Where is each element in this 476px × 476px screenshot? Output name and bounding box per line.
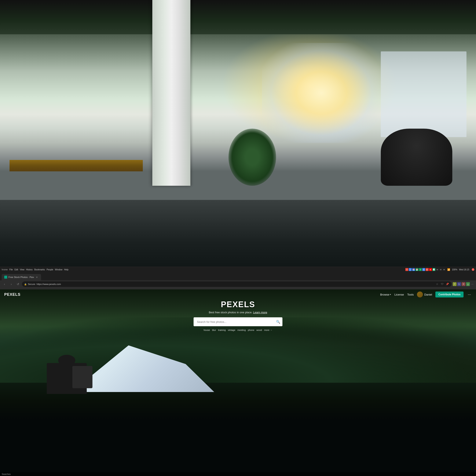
office-photo-background xyxy=(0,0,228,228)
desk xyxy=(10,160,143,171)
ceiling xyxy=(0,0,228,34)
office-bg-gradient xyxy=(0,0,228,228)
floor-dark xyxy=(0,200,228,228)
column xyxy=(152,0,190,186)
